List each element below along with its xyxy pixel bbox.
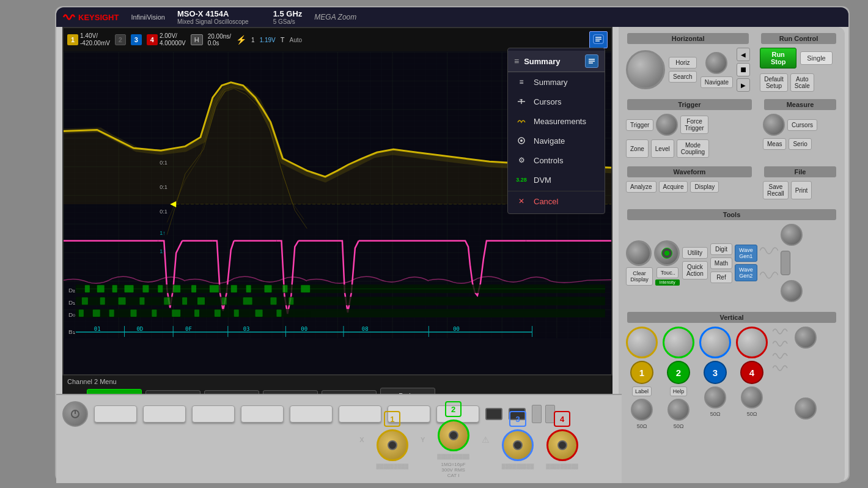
menu-item-cancel[interactable]: ✕ Cancel — [508, 191, 605, 211]
menu-label-measurements: Measurements — [534, 117, 586, 126]
meas-btn[interactable]: Meas — [763, 138, 786, 150]
ref-button[interactable]: Ref — [710, 272, 732, 283]
ch1-vert-button[interactable]: 1 — [630, 361, 653, 384]
front-btn-1[interactable] — [94, 405, 137, 423]
nav-left[interactable]: ◀ — [737, 48, 750, 61]
horizontal-knob[interactable] — [626, 50, 665, 89]
tools-knob-top[interactable] — [781, 224, 803, 246]
ch3-impedance: 50Ω — [710, 411, 721, 417]
auto-label: Auto — [290, 37, 303, 43]
ch1-bnc-inner — [388, 440, 397, 450]
quick-action-button[interactable]: QuickAction — [682, 261, 708, 279]
digit-button[interactable]: Digit — [710, 243, 732, 255]
ch3-vert-button[interactable]: 3 — [704, 361, 727, 384]
touch-button[interactable]: Touc.. — [657, 267, 679, 278]
auto-scale-button[interactable]: AutoScale — [790, 73, 814, 92]
cursors-btn[interactable]: Cursors — [787, 119, 817, 131]
utility-button[interactable]: Utility — [682, 247, 708, 259]
svg-rect-26 — [282, 285, 287, 292]
force-trigger-button[interactable]: ForceTrigger — [680, 116, 708, 134]
ch2-vert-button[interactable]: 2 — [667, 361, 690, 384]
default-setup-button[interactable]: DefaultSetup — [760, 73, 788, 92]
nav-stop[interactable]: ■ — [737, 63, 750, 76]
menu-item-controls[interactable]: ⚙ Controls — [508, 150, 605, 170]
svg-text:1↑: 1↑ — [160, 248, 165, 254]
ch3-bnc[interactable] — [502, 429, 534, 461]
zoom-knob[interactable] — [705, 52, 727, 74]
ch3-num: 3 — [131, 34, 142, 45]
display-button[interactable]: Display — [690, 181, 719, 193]
measure-knob[interactable] — [763, 114, 785, 136]
clear-display-button[interactable]: ClearDisplay — [626, 267, 653, 286]
ch1-top-badge: 1 — [384, 411, 400, 427]
run-stop-button[interactable]: RunStop — [760, 48, 796, 68]
ch4-offset-knob[interactable] — [741, 386, 763, 409]
vertical-section: Vertical 1 Label 50Ω 2 Help 50Ω — [619, 307, 845, 434]
ch2-help-button[interactable]: Help — [670, 386, 688, 396]
tools-slider[interactable] — [781, 251, 790, 275]
nav-right[interactable]: ▶ — [737, 78, 750, 92]
ch4-vert-knob[interactable] — [736, 327, 768, 358]
menu-item-summary[interactable]: ≡ Summary — [508, 72, 605, 92]
dvm-icon: 3.28 — [515, 175, 528, 185]
screen-menu-button[interactable] — [589, 31, 608, 48]
single-button[interactable]: Single — [800, 51, 833, 65]
ch1-val: 1.40V/-420.00mV — [80, 32, 110, 47]
svg-rect-20 — [173, 285, 180, 292]
svg-rect-19 — [158, 285, 163, 292]
ch4-vert-button[interactable]: 4 — [740, 361, 763, 384]
svg-rect-23 — [231, 285, 237, 292]
menu-item-measurements[interactable]: Measurements — [508, 111, 605, 131]
menu-item-dvm[interactable]: 3.28 DVM — [508, 170, 605, 190]
measure-label: Measure — [764, 99, 836, 110]
svg-rect-32 — [164, 297, 170, 305]
navigate-button[interactable]: Navigate — [701, 76, 733, 88]
wave-gen1-button[interactable]: WaveGen1 — [735, 245, 757, 262]
ch3-vert-knob[interactable] — [699, 327, 731, 358]
wave-gen2-button[interactable]: WaveGen2 — [735, 264, 757, 281]
ch3-bnc-col: 3 ▓▓▓▓▓▓▓▓▓ — [502, 411, 534, 469]
analyze-button[interactable]: Analyze — [626, 181, 657, 193]
svg-rect-45 — [194, 309, 199, 317]
horiz-button[interactable]: Horiz — [669, 57, 697, 68]
ch2-offset-knob[interactable] — [668, 399, 690, 421]
menu-item-cursors[interactable]: Cursors — [508, 92, 605, 111]
tools-knob-bottom[interactable] — [781, 280, 803, 302]
ch2-vert-knob[interactable] — [663, 327, 694, 358]
trigger-knob[interactable] — [656, 114, 678, 136]
ch4-bnc-col: 4 ▓▓▓▓▓▓▓▓▓ — [546, 411, 578, 469]
save-recall-button[interactable]: SaveRecall — [763, 181, 789, 199]
serio-btn[interactable]: Serio — [789, 138, 811, 150]
horizontal-controls: Horizontal Horiz Search Navigate ◀ ■ ▶ — [623, 31, 752, 94]
x-label: X — [359, 436, 364, 443]
intensity-knob[interactable] — [626, 240, 652, 266]
print-button[interactable]: Print — [791, 181, 812, 199]
ch2-bnc[interactable] — [438, 420, 469, 451]
svg-rect-28 — [82, 297, 88, 305]
ch4-bnc[interactable] — [546, 429, 578, 461]
zone-button[interactable]: Zone — [626, 139, 649, 158]
front-btn-3[interactable] — [192, 405, 235, 423]
display-knob2[interactable] — [654, 240, 680, 266]
ch1-bnc[interactable] — [377, 429, 408, 461]
level-button[interactable]: Level — [651, 139, 674, 158]
trigger-button[interactable]: Trigger — [626, 119, 653, 131]
menu-item-navigate[interactable]: Navigate — [508, 131, 605, 150]
search-button[interactable]: Search — [669, 71, 697, 83]
menu-label-dvm: DVM — [534, 176, 551, 185]
power-button[interactable] — [62, 401, 88, 427]
front-btn-2[interactable] — [143, 405, 186, 423]
acquire-button[interactable]: Acquire — [659, 181, 688, 193]
ch1-vert-knob[interactable] — [626, 327, 658, 358]
menu-label-cursors: Cursors — [534, 97, 562, 106]
math-button[interactable]: Math — [710, 257, 732, 269]
vert-knob-top[interactable] — [795, 327, 817, 349]
vert-knob-bottom[interactable] — [795, 397, 817, 420]
front-btn-4[interactable] — [241, 405, 284, 423]
ch1-label-button[interactable]: Label — [632, 386, 652, 396]
ch3-offset-knob[interactable] — [704, 386, 726, 409]
ch1-offset-knob[interactable] — [631, 399, 653, 421]
tools-label: Tools — [627, 209, 836, 220]
ch2-top-badge: 2 — [445, 401, 462, 417]
mode-coupling-button[interactable]: ModeCoupling — [677, 139, 709, 158]
